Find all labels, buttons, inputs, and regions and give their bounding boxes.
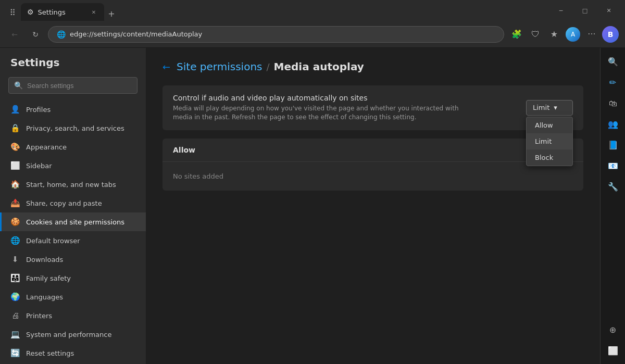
sidebar-item-label: Printers bbox=[26, 312, 52, 320]
back-button[interactable]: ← bbox=[6, 26, 23, 43]
sidebar-item-label: Family safety bbox=[26, 274, 71, 282]
sidebar-item-privacy[interactable]: 🔒 Privacy, search, and services bbox=[0, 119, 146, 137]
restore-button[interactable]: □ bbox=[573, 0, 597, 21]
sidebar-item-cookies[interactable]: 🍪 Cookies and site permissions bbox=[0, 212, 146, 231]
dropdown-option-allow[interactable]: Allow bbox=[527, 117, 572, 133]
right-panel: 🔍 ✏ 🛍 👥 📘 📧 🔧 ⊕ ⬜ bbox=[600, 48, 625, 364]
close-button[interactable]: ✕ bbox=[597, 0, 621, 21]
search-box[interactable]: 🔍 bbox=[8, 77, 138, 94]
dropdown-label: Limit bbox=[533, 104, 549, 111]
window-controls-left: ⠿ bbox=[4, 4, 21, 21]
sidebar-item-label: Downloads bbox=[26, 256, 63, 263]
share-copy-icon: 📤 bbox=[10, 198, 20, 208]
chevron-down-icon: ▾ bbox=[554, 104, 557, 111]
sidebar-item-downloads[interactable]: ⬇ Downloads bbox=[0, 250, 146, 269]
sidebar-item-family-safety[interactable]: 👨‍👩‍👧 Family safety bbox=[0, 269, 146, 287]
appearance-icon: 🎨 bbox=[10, 142, 20, 152]
right-panel-search[interactable]: 🔍 bbox=[604, 52, 622, 71]
right-panel-people[interactable]: 👥 bbox=[604, 115, 622, 133]
sidebar: Settings 🔍 👤 Profiles 🔒 Privacy, search,… bbox=[0, 48, 146, 364]
sidebar-item-label: Share, copy and paste bbox=[26, 199, 102, 207]
sidebar-item-label: Sidebar bbox=[26, 162, 52, 170]
sidebar-item-system[interactable]: 💻 System and performance bbox=[0, 325, 146, 344]
extensions-button[interactable]: 🧩 bbox=[508, 26, 525, 43]
sidebar-item-label: System and performance bbox=[26, 331, 111, 338]
sidebar-item-start-home[interactable]: 🏠 Start, home, and new tabs bbox=[0, 175, 146, 194]
browser-essentials-button[interactable]: 🛡 bbox=[527, 26, 544, 43]
sidebar-item-appearance[interactable]: 🎨 Appearance bbox=[0, 137, 146, 156]
favorites-button[interactable]: ★ bbox=[546, 26, 562, 43]
start-home-icon: 🏠 bbox=[10, 180, 20, 189]
main-layout: Settings 🔍 👤 Profiles 🔒 Privacy, search,… bbox=[0, 48, 625, 364]
sidebar-item-profiles[interactable]: 👤 Profiles bbox=[0, 100, 146, 119]
autoplay-dropdown-menu: Allow Limit Block bbox=[526, 117, 573, 166]
autoplay-dropdown-button[interactable]: Limit ▾ bbox=[526, 100, 573, 116]
address-bar[interactable]: 🌐 edge://settings/content/mediaAutoplay bbox=[48, 26, 504, 43]
printers-icon: 🖨 bbox=[10, 311, 20, 320]
setting-info: Control if audio and video play automati… bbox=[173, 94, 526, 122]
sidebar-item-share-copy[interactable]: 📤 Share, copy and paste bbox=[0, 194, 146, 212]
sidebar-item-label: Reset settings bbox=[26, 349, 74, 357]
settings-tab[interactable]: ⚙ Settings ✕ bbox=[21, 3, 104, 21]
sidebar-icon: ⬜ bbox=[10, 161, 20, 170]
profile-avatar: A bbox=[566, 27, 580, 42]
bing-button[interactable]: B bbox=[602, 26, 619, 43]
sidebar-item-label: Appearance bbox=[26, 143, 67, 151]
edge-menu-button[interactable]: ⠿ bbox=[4, 4, 21, 21]
content-area: ← Site permissions / Media autoplay Cont… bbox=[146, 48, 600, 364]
sidebar-item-label: Privacy, search, and services bbox=[26, 124, 124, 132]
titlebar: ⠿ ⚙ Settings ✕ + ─ □ ✕ bbox=[0, 0, 625, 21]
tab-icon: ⚙ bbox=[27, 8, 34, 16]
search-input[interactable] bbox=[27, 82, 132, 90]
right-panel-expand[interactable]: ⬜ bbox=[604, 341, 622, 360]
sidebar-item-label: Profiles bbox=[26, 106, 51, 114]
right-panel-office[interactable]: 📧 bbox=[604, 156, 622, 175]
breadcrumb-current: Media autoplay bbox=[274, 60, 364, 73]
autoplay-setting-card: Control if audio and video play automati… bbox=[162, 85, 583, 130]
sidebar-item-reset[interactable]: 🔄 Reset settings bbox=[0, 344, 146, 362]
back-button[interactable]: ← bbox=[162, 61, 170, 72]
setting-row: Control if audio and video play automati… bbox=[162, 85, 583, 130]
profile-button[interactable]: A bbox=[565, 26, 581, 43]
address-favicon: 🌐 bbox=[57, 30, 66, 39]
right-panel-outlook[interactable]: 📘 bbox=[604, 135, 622, 154]
right-panel-tools[interactable]: 🔧 bbox=[604, 177, 622, 196]
sidebar-item-printers[interactable]: 🖨 Printers bbox=[0, 306, 146, 325]
search-icon: 🔍 bbox=[14, 81, 23, 90]
breadcrumb: ← Site permissions / Media autoplay bbox=[162, 60, 583, 73]
address-text: edge://settings/content/mediaAutoplay bbox=[70, 30, 495, 38]
reset-icon: 🔄 bbox=[10, 348, 20, 358]
breadcrumb-link[interactable]: Site permissions bbox=[177, 60, 262, 73]
cookies-icon: 🍪 bbox=[10, 217, 20, 227]
tab-area: ⠿ ⚙ Settings ✕ + bbox=[4, 0, 545, 21]
languages-icon: 🌍 bbox=[10, 292, 20, 302]
right-panel-favorites[interactable]: ✏ bbox=[604, 73, 622, 92]
more-button[interactable]: ··· bbox=[583, 26, 600, 43]
sidebar-item-label: Cookies and site permissions bbox=[26, 218, 124, 226]
sidebar-item-default-browser[interactable]: 🌐 Default browser bbox=[0, 231, 146, 250]
privacy-icon: 🔒 bbox=[10, 123, 20, 133]
minimize-button[interactable]: ─ bbox=[549, 0, 573, 21]
tab-close-button[interactable]: ✕ bbox=[90, 8, 98, 16]
downloads-icon: ⬇ bbox=[10, 255, 20, 264]
dropdown-option-block[interactable]: Block bbox=[527, 149, 572, 166]
default-browser-icon: 🌐 bbox=[10, 236, 20, 245]
reload-button[interactable]: ↻ bbox=[27, 26, 44, 43]
setting-description: Media will play depending on how you've … bbox=[173, 104, 475, 122]
right-panel-customize[interactable]: ⊕ bbox=[604, 320, 622, 339]
allow-section-header: Allow bbox=[162, 139, 583, 162]
profiles-icon: 👤 bbox=[10, 105, 20, 114]
sidebar-title: Settings bbox=[0, 56, 146, 77]
allow-section: Allow No sites added bbox=[162, 139, 583, 191]
sidebar-item-sidebar[interactable]: ⬜ Sidebar bbox=[0, 156, 146, 175]
dropdown-option-limit[interactable]: Limit bbox=[527, 133, 572, 149]
autoplay-dropdown-wrapper: Limit ▾ Allow Limit Block bbox=[526, 100, 573, 116]
family-safety-icon: 👨‍👩‍👧 bbox=[10, 273, 20, 283]
sidebar-item-label: Default browser bbox=[26, 237, 80, 245]
system-icon: 💻 bbox=[10, 330, 20, 339]
right-panel-shopping[interactable]: 🛍 bbox=[604, 94, 622, 112]
new-tab-button[interactable]: + bbox=[104, 6, 119, 21]
sidebar-item-languages[interactable]: 🌍 Languages bbox=[0, 287, 146, 306]
tab-title: Settings bbox=[38, 8, 85, 16]
sidebar-item-label: Languages bbox=[26, 293, 63, 301]
